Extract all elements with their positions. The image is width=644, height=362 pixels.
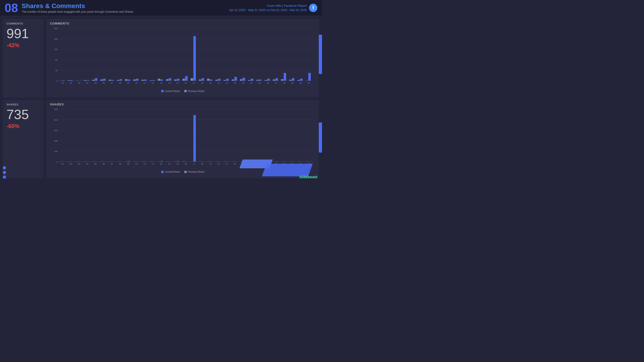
comments-chart-svg: 2001601208040001020304050607080910111213… bbox=[50, 27, 316, 92]
svg-text:0: 0 bbox=[56, 80, 58, 82]
shares-change: -60% bbox=[6, 123, 40, 129]
shares-legend-current-dot bbox=[161, 171, 164, 173]
svg-text:120: 120 bbox=[54, 48, 58, 51]
svg-text:06: 06 bbox=[102, 162, 105, 165]
svg-rect-40 bbox=[136, 79, 138, 81]
svg-text:26: 26 bbox=[267, 82, 269, 84]
legend-current-dot bbox=[161, 90, 164, 92]
svg-text:19: 19 bbox=[209, 82, 212, 84]
svg-text:25: 25 bbox=[258, 82, 261, 84]
svg-rect-60 bbox=[190, 78, 193, 81]
page-number: 08 bbox=[5, 2, 18, 14]
facebook-icon: f bbox=[309, 4, 317, 12]
svg-rect-55 bbox=[177, 79, 180, 81]
svg-text:04: 04 bbox=[86, 162, 88, 165]
svg-rect-42 bbox=[141, 80, 144, 81]
svg-text:02: 02 bbox=[70, 82, 72, 84]
shares-legend-previous-label: Previous Period bbox=[188, 171, 204, 173]
page-title: Shares & Comments bbox=[22, 2, 133, 10]
main-content: COMMENTS 991 -42% SHARES 735 -60% COMMEN… bbox=[0, 16, 322, 181]
svg-text:24: 24 bbox=[250, 82, 252, 84]
svg-text:18: 18 bbox=[201, 82, 203, 84]
right-deco-bar-1 bbox=[319, 35, 322, 74]
legend-current-label: Current Period bbox=[165, 90, 180, 92]
svg-text:03: 03 bbox=[78, 162, 80, 165]
svg-rect-96 bbox=[289, 80, 292, 81]
svg-text:05: 05 bbox=[94, 82, 97, 84]
legend-previous-dot bbox=[184, 90, 187, 92]
svg-text:02: 02 bbox=[70, 162, 72, 165]
svg-rect-76 bbox=[234, 77, 237, 81]
svg-text:13: 13 bbox=[160, 162, 162, 165]
svg-text:22: 22 bbox=[234, 162, 236, 165]
svg-text:19: 19 bbox=[209, 162, 212, 165]
svg-text:17: 17 bbox=[193, 82, 195, 84]
shares-legend-previous: Previous Period bbox=[184, 171, 204, 173]
shares-legend-current-label: Current Period bbox=[165, 171, 180, 173]
right-deco-bar-2 bbox=[319, 122, 322, 153]
shares-stat-card: SHARES 735 -60% bbox=[3, 100, 44, 178]
bottom-dots bbox=[3, 166, 6, 179]
right-decoration bbox=[319, 32, 322, 181]
sidebar: COMMENTS 991 -42% SHARES 735 -60% bbox=[0, 16, 46, 181]
parallelogram-2 bbox=[262, 164, 313, 176]
svg-rect-94 bbox=[284, 73, 286, 81]
svg-rect-66 bbox=[207, 79, 210, 81]
svg-text:23: 23 bbox=[242, 82, 244, 84]
svg-text:10: 10 bbox=[135, 82, 138, 84]
svg-text:17: 17 bbox=[193, 162, 195, 165]
svg-text:28: 28 bbox=[283, 82, 286, 84]
svg-rect-88 bbox=[267, 79, 270, 81]
slidebeast-beast: beast bbox=[308, 175, 317, 179]
bottom-decoration: slidebeast bbox=[252, 162, 322, 181]
svg-text:14: 14 bbox=[168, 162, 170, 165]
svg-rect-31 bbox=[111, 80, 114, 81]
header-right: Acom Hills | Facebook Report Apr 01 2025… bbox=[229, 3, 317, 12]
svg-text:40: 40 bbox=[55, 69, 58, 72]
dot-1 bbox=[3, 166, 6, 169]
svg-text:27: 27 bbox=[275, 82, 277, 84]
svg-text:15: 15 bbox=[176, 162, 178, 165]
page-header: 08 Shares & Comments The number of times… bbox=[0, 0, 322, 16]
svg-text:05: 05 bbox=[94, 162, 97, 165]
legend-previous-label: Previous Period bbox=[188, 90, 204, 92]
svg-text:21: 21 bbox=[226, 162, 228, 165]
date-range: Apr 01 2025 - May 01 2025 vs Feb 01 2025… bbox=[229, 8, 307, 12]
svg-rect-25 bbox=[95, 78, 98, 81]
svg-rect-52 bbox=[169, 78, 171, 81]
svg-rect-84 bbox=[256, 80, 259, 81]
svg-rect-27 bbox=[100, 79, 103, 81]
svg-text:07: 07 bbox=[111, 82, 113, 84]
comments-stat-card: COMMENTS 991 -42% bbox=[3, 19, 44, 97]
svg-text:20: 20 bbox=[218, 162, 220, 165]
shares-chart-title: SHARES bbox=[50, 103, 316, 106]
svg-rect-51 bbox=[166, 79, 169, 81]
header-left: 08 Shares & Comments The number of times… bbox=[5, 2, 133, 14]
legend-previous: Previous Period bbox=[184, 90, 204, 92]
svg-rect-103 bbox=[308, 73, 311, 81]
svg-rect-28 bbox=[103, 79, 106, 81]
svg-text:09: 09 bbox=[127, 82, 130, 84]
svg-rect-97 bbox=[292, 78, 294, 81]
svg-rect-85 bbox=[259, 79, 262, 81]
page-subtitle: The number of times people have engaged … bbox=[22, 10, 133, 13]
svg-text:0: 0 bbox=[56, 161, 58, 163]
header-title-block: Shares & Comments The number of times pe… bbox=[22, 2, 133, 13]
svg-text:420: 420 bbox=[54, 129, 58, 131]
svg-text:140: 140 bbox=[54, 150, 58, 153]
svg-rect-75 bbox=[232, 79, 234, 81]
svg-text:280: 280 bbox=[54, 140, 58, 142]
comments-chart-title: COMMENTS bbox=[50, 22, 316, 25]
svg-rect-21 bbox=[84, 80, 86, 81]
svg-text:80: 80 bbox=[55, 59, 58, 61]
svg-text:08: 08 bbox=[119, 162, 121, 165]
brand-name: Acom Hills | Facebook Report bbox=[229, 3, 307, 8]
svg-rect-73 bbox=[226, 79, 229, 81]
svg-text:01: 01 bbox=[62, 162, 64, 165]
svg-rect-48 bbox=[158, 79, 160, 81]
svg-rect-33 bbox=[117, 80, 119, 81]
svg-text:08: 08 bbox=[119, 82, 121, 84]
svg-rect-54 bbox=[174, 79, 177, 81]
svg-text:16: 16 bbox=[184, 162, 187, 165]
comments-change: -42% bbox=[6, 42, 40, 48]
